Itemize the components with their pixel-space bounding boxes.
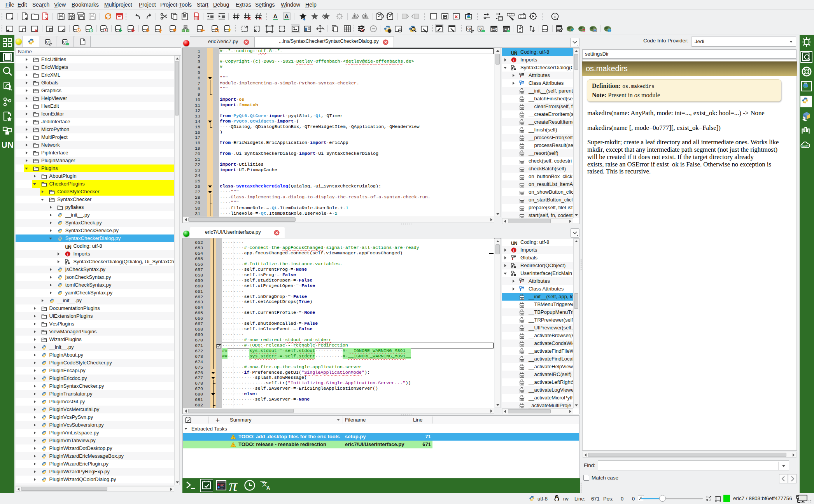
svg-text:?: ? <box>90 29 92 32</box>
svg-text:Qt: Qt <box>46 40 49 44</box>
svg-text:MQTT: MQTT <box>802 145 809 147</box>
svg-text:UN: UN <box>2 140 13 150</box>
svg-text:Qt: Qt <box>505 28 507 31</box>
svg-text:A: A <box>266 485 270 491</box>
svg-text:A: A <box>285 13 289 19</box>
svg-text:A: A <box>273 13 278 19</box>
svg-text:Qt: Qt <box>492 28 495 31</box>
svg-text:Qt: Qt <box>467 27 471 31</box>
